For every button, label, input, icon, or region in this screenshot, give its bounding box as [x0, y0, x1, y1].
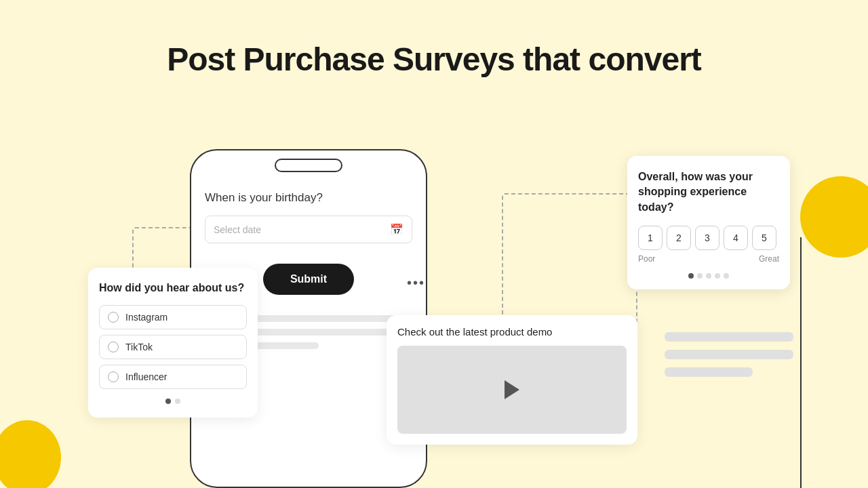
rating-btn-5[interactable]: 5: [752, 226, 776, 250]
radio-option-instagram[interactable]: Instagram: [99, 305, 247, 329]
rating-dots: [638, 273, 779, 279]
dot-2: [175, 399, 180, 404]
date-placeholder: Select date: [214, 224, 261, 235]
phone-notch: [275, 159, 342, 172]
rating-question: Overall, how was your shopping experienc…: [638, 169, 779, 215]
rating-label-poor: Poor: [638, 254, 655, 264]
radio-label-instagram: Instagram: [125, 312, 167, 323]
yellow-circle-left: [0, 420, 61, 488]
video-placeholder[interactable]: [397, 346, 627, 434]
right-border-decoration: [800, 237, 868, 488]
rating-card: Overall, how was your shopping experienc…: [627, 156, 790, 289]
radio-label-tiktok: TikTok: [125, 342, 153, 352]
calendar-icon: 📅: [390, 223, 403, 236]
content-line-2: [665, 350, 793, 359]
three-dots-menu[interactable]: •••: [407, 275, 425, 291]
rating-btn-3[interactable]: 3: [695, 226, 719, 250]
submit-button[interactable]: Submit: [263, 264, 354, 295]
radio-circle-tiktok: [108, 342, 119, 352]
content-line-3: [665, 367, 753, 377]
video-title: Check out the latest product demo: [397, 326, 627, 338]
rating-labels: Poor Great: [638, 254, 779, 264]
hear-card-title: How did you hear about us?: [99, 281, 247, 296]
rating-dot-2: [697, 273, 703, 279]
hear-card: How did you hear about us? Instagram Tik…: [88, 268, 258, 418]
dot-1: [165, 399, 171, 404]
play-icon[interactable]: [505, 380, 519, 399]
radio-label-influencer: Influencer: [125, 371, 167, 382]
radio-circle-influencer: [108, 371, 119, 382]
radio-circle-instagram: [108, 312, 119, 323]
rating-dot-3: [706, 273, 711, 279]
date-input[interactable]: Select date 📅: [205, 216, 412, 243]
rating-numbers: 1 2 3 4 5: [638, 226, 779, 250]
video-card: Check out the latest product demo: [387, 315, 637, 445]
rating-dot-1: [688, 273, 694, 279]
rating-dot-5: [724, 273, 729, 279]
page-title: Post Purchase Surveys that convert: [0, 0, 868, 78]
phone-question: When is your birthday?: [205, 191, 412, 205]
dashed-box-right: [502, 193, 637, 329]
rating-btn-4[interactable]: 4: [724, 226, 748, 250]
content-lines: [665, 332, 793, 385]
rating-btn-1[interactable]: 1: [638, 226, 663, 250]
radio-option-influencer[interactable]: Influencer: [99, 365, 247, 389]
content-line-1: [665, 332, 793, 342]
rating-dot-4: [715, 273, 720, 279]
hear-card-dots: [99, 399, 247, 404]
rating-btn-2[interactable]: 2: [667, 226, 691, 250]
radio-option-tiktok[interactable]: TikTok: [99, 335, 247, 359]
rating-label-great: Great: [759, 254, 779, 264]
